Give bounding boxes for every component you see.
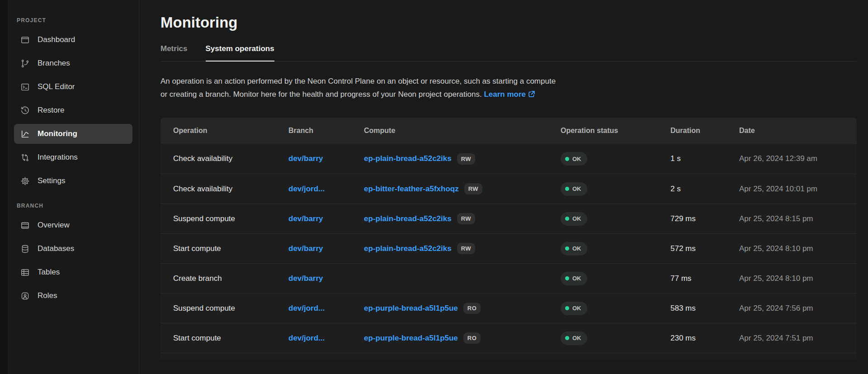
learn-more-link[interactable]: Learn more <box>484 90 526 99</box>
status-ok-dot-icon <box>565 157 569 161</box>
left-rail <box>0 0 8 374</box>
table-row: Suspend compute dev/barry ep-plain-bread… <box>160 204 857 233</box>
tab-metrics[interactable]: Metrics <box>160 44 188 61</box>
table-row: Suspend compute dev/jord... ep-purple-br… <box>160 293 857 323</box>
cell-operation: Create branch <box>160 274 276 283</box>
branch-link[interactable]: dev/barry <box>288 244 323 253</box>
cell-branch: dev/barry <box>276 244 351 253</box>
compute-mode-badge: RW <box>464 183 482 194</box>
column-header-date: Date <box>726 127 857 135</box>
table-row: Check availability dev/barry ep-plain-br… <box>160 144 857 174</box>
operations-table: OperationBranchComputeOperation statusDu… <box>160 118 857 360</box>
monitoring-icon <box>19 128 30 139</box>
cell-compute: ep-plain-bread-a52c2iks RW <box>351 153 548 165</box>
sidebar-item-overview[interactable]: Overview <box>14 215 132 235</box>
column-header-compute: Compute <box>351 127 548 135</box>
cell-date: Apr 26, 2024 12:39 am <box>726 154 857 163</box>
sidebar-section-label: BRANCH <box>14 203 132 215</box>
branch-link[interactable]: dev/jord... <box>288 185 325 193</box>
column-header-operation-status: Operation status <box>548 127 658 135</box>
sidebar-item-dashboard[interactable]: Dashboard <box>14 30 132 50</box>
cell-branch: dev/barry <box>276 154 351 163</box>
sidebar-item-label: Branches <box>38 59 70 68</box>
branch-link[interactable]: dev/jord... <box>288 304 325 312</box>
status-ok-dot-icon <box>565 276 569 280</box>
cell-operation: Start compute <box>160 334 276 343</box>
cell-operation-status: OK <box>548 182 658 196</box>
sidebar-item-restore[interactable]: Restore <box>14 100 132 120</box>
table-body: Check availability dev/barry ep-plain-br… <box>160 144 857 353</box>
status-label: OK <box>572 245 581 252</box>
sidebar-item-settings[interactable]: Settings <box>14 171 132 191</box>
tab-system-operations[interactable]: System operations <box>206 44 274 61</box>
status-label: OK <box>572 156 581 162</box>
cell-compute: ep-purple-bread-a5l1p5ue RO <box>351 332 548 344</box>
sidebar-item-label: Monitoring <box>38 129 77 138</box>
restore-icon <box>19 105 30 116</box>
sidebar-item-roles[interactable]: Roles <box>14 286 132 306</box>
sidebar-item-label: Databases <box>38 244 74 253</box>
app-window: PROJECT Dashboard Branches SQL Editor Re… <box>0 0 868 374</box>
sidebar-item-sql-editor[interactable]: SQL Editor <box>14 77 132 97</box>
compute-mode-badge: RO <box>463 303 481 314</box>
cell-operation-status: OK <box>548 212 658 226</box>
status-badge: OK <box>561 331 587 345</box>
cell-operation: Check availability <box>160 154 276 163</box>
branch-link[interactable]: dev/barry <box>288 274 323 283</box>
cell-date: Apr 25, 2024 7:51 pm <box>726 334 857 343</box>
compute-link[interactable]: ep-bitter-feather-a5fxhoqz <box>364 185 459 194</box>
cell-branch: dev/jord... <box>276 334 351 343</box>
compute-link[interactable]: ep-purple-bread-a5l1p5ue <box>364 304 458 313</box>
sidebar-section: BRANCH Overview Databases Tables Roles <box>14 203 132 306</box>
sidebar-nav: PROJECT Dashboard Branches SQL Editor Re… <box>14 17 132 306</box>
cell-duration: 729 ms <box>658 214 726 223</box>
sidebar-item-branches[interactable]: Branches <box>14 53 132 73</box>
sidebar-item-monitoring[interactable]: Monitoring <box>14 124 132 144</box>
status-badge: OK <box>561 272 587 285</box>
branch-link[interactable]: dev/jord... <box>288 334 325 342</box>
integrations-icon <box>19 152 30 163</box>
table-row: Start compute dev/barry ep-plain-bread-a… <box>160 233 857 263</box>
status-label: OK <box>572 335 581 341</box>
sidebar-item-databases[interactable]: Databases <box>14 239 132 259</box>
status-ok-dot-icon <box>565 336 569 340</box>
compute-link[interactable]: ep-plain-bread-a52c2iks <box>364 244 452 253</box>
cell-duration: 2 s <box>658 185 726 194</box>
settings-icon <box>19 175 30 186</box>
status-ok-dot-icon <box>565 246 569 251</box>
sidebar-item-tables[interactable]: Tables <box>14 262 132 282</box>
cell-date: Apr 25, 2024 8:10 pm <box>726 244 857 253</box>
status-label: OK <box>572 185 581 192</box>
status-label: OK <box>572 275 581 282</box>
cell-compute: ep-bitter-feather-a5fxhoqz RW <box>351 183 548 194</box>
table-row: Start compute dev/jord... ep-purple-brea… <box>160 323 857 353</box>
sidebar-item-label: Settings <box>38 176 65 185</box>
description-line-1: An operation is an action performed by t… <box>160 77 556 85</box>
branches-icon <box>19 58 30 69</box>
cell-duration: 230 ms <box>658 334 726 343</box>
cell-date: Apr 25, 2024 8:10 pm <box>726 274 857 283</box>
column-header-duration: Duration <box>658 127 726 135</box>
sidebar-item-label: Integrations <box>38 153 78 162</box>
status-badge: OK <box>561 212 587 226</box>
cell-operation: Suspend compute <box>160 214 276 223</box>
cell-operation: Suspend compute <box>160 304 276 313</box>
dashboard-icon <box>19 34 30 45</box>
status-label: OK <box>572 215 581 222</box>
compute-link[interactable]: ep-plain-bread-a52c2iks <box>364 214 452 223</box>
databases-icon <box>19 243 30 254</box>
tab-bar: Metrics System operations <box>160 44 857 62</box>
branch-link[interactable]: dev/barry <box>288 154 323 163</box>
sidebar-item-integrations[interactable]: Integrations <box>14 147 132 167</box>
description-line-2: or creating a branch. Monitor here for t… <box>160 90 482 99</box>
main-content: Monitoring Metrics System operations An … <box>139 0 868 374</box>
compute-mode-badge: RO <box>463 332 481 344</box>
compute-link[interactable]: ep-purple-bread-a5l1p5ue <box>364 334 458 343</box>
compute-link[interactable]: ep-plain-bread-a52c2iks <box>364 154 452 163</box>
cell-duration: 572 ms <box>658 244 726 253</box>
sql-editor-icon <box>19 81 30 92</box>
table-row-partial <box>160 353 857 360</box>
column-header-operation: Operation <box>160 127 276 135</box>
branch-link[interactable]: dev/barry <box>288 214 323 223</box>
status-badge: OK <box>561 302 587 315</box>
